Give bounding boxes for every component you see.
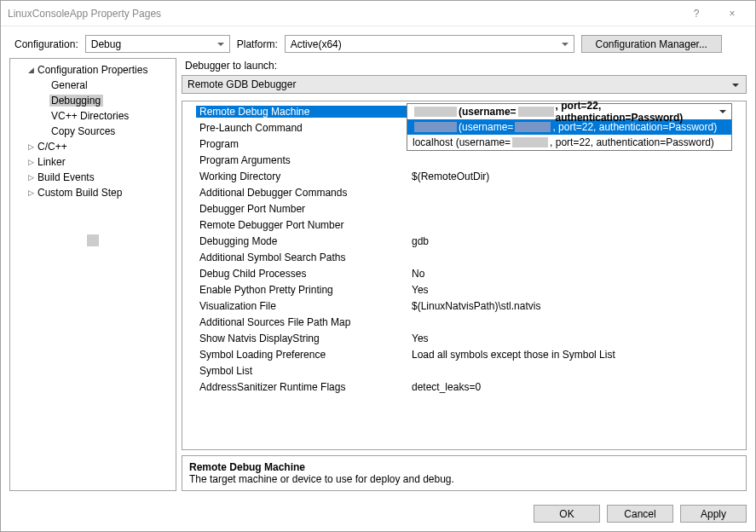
property-label: Symbol Loading Preference	[196, 349, 407, 361]
property-label: Working Directory	[196, 171, 407, 182]
property-label: Additional Debugger Commands	[196, 187, 407, 199]
arrow-right-icon[interactable]	[26, 188, 36, 197]
debugger-launch-label: Debugger to launch:	[182, 58, 747, 75]
tree-item-vc-directories[interactable]: VC++ Directories	[10, 108, 176, 124]
platform-label: Platform:	[237, 38, 278, 50]
property-value[interactable]: Yes	[407, 284, 732, 296]
property-row[interactable]: Debugging Modegdb	[196, 233, 732, 249]
property-label: Visualization File	[196, 300, 407, 312]
tree-root[interactable]: Configuration Properties	[10, 62, 176, 78]
redacted-host	[414, 122, 457, 132]
tree-label: Copy Sources	[49, 125, 118, 137]
property-label: Remote Debug Machine	[196, 106, 407, 118]
remote-machine-dropdown[interactable]: (username= , port=22, authentication=Pas…	[407, 103, 732, 151]
configuration-manager-button[interactable]: Configuration Manager...	[581, 35, 722, 53]
property-label: Additional Symbol Search Paths	[196, 252, 407, 263]
property-row[interactable]: Visualization File$(LinuxNatvisPath)\stl…	[196, 298, 732, 314]
description-title: Remote Debug Machine	[189, 461, 739, 473]
property-grid: Remote Debug MachinePre-Launch CommandPr…	[182, 101, 747, 450]
redacted-user	[515, 122, 551, 132]
property-label: Show Natvis DisplayString	[196, 332, 407, 344]
property-label: Debugger Port Number	[196, 203, 407, 215]
tree-label: C/C++	[36, 141, 70, 153]
dialog-footer: OK Cancel Apply	[1, 498, 755, 531]
property-row[interactable]: Symbol List	[196, 362, 732, 379]
property-label: Program Arguments	[196, 154, 407, 166]
redacted-host	[414, 107, 457, 117]
property-label: Enable Python Pretty Printing	[196, 284, 407, 296]
property-pages-dialog: LinuxConsoleApp Property Pages ? × Confi…	[0, 0, 756, 532]
tree-item-copy-sources[interactable]: Copy Sources	[10, 124, 176, 139]
redacted-user	[512, 137, 548, 147]
platform-value: Active(x64)	[291, 38, 342, 50]
tree-item-c-c-[interactable]: C/C++	[10, 139, 176, 154]
property-row[interactable]: Enable Python Pretty PrintingYes	[196, 281, 732, 298]
property-row[interactable]: Debug Child ProcessesNo	[196, 265, 732, 281]
tree-label: General	[49, 79, 90, 91]
property-row[interactable]: Show Natvis DisplayStringYes	[196, 330, 732, 346]
dropdown-option[interactable]: localhost (username= , port=22, authenti…	[407, 135, 731, 150]
property-label: Debugging Mode	[196, 235, 407, 247]
property-value[interactable]: detect_leaks=0	[407, 381, 732, 393]
config-row: Configuration: Debug Platform: Active(x6…	[1, 26, 755, 58]
property-value[interactable]: $(RemoteOutDir)	[407, 171, 732, 182]
property-value[interactable]: Yes	[407, 332, 732, 344]
help-button[interactable]: ?	[680, 3, 713, 25]
arrow-right-icon[interactable]	[26, 173, 36, 182]
property-row[interactable]: Additional Debugger Commands	[196, 184, 732, 200]
tree-label: Linker	[36, 156, 68, 168]
apply-button[interactable]: Apply	[680, 505, 747, 523]
property-label: Remote Debugger Port Number	[196, 219, 407, 231]
tree-item-general[interactable]: General	[10, 78, 176, 93]
property-row[interactable]: Program Arguments	[196, 152, 732, 168]
property-value[interactable]: No	[407, 268, 732, 280]
property-row[interactable]: Remote Debugger Port Number	[196, 217, 732, 233]
debugger-launch-select[interactable]: Remote GDB Debugger	[182, 75, 747, 94]
tree-label: Debugging	[49, 95, 103, 107]
close-button[interactable]: ×	[716, 3, 748, 25]
ok-button[interactable]: OK	[534, 505, 600, 523]
property-row[interactable]: Debugger Port Number	[196, 200, 732, 217]
property-row[interactable]: AddressSanitizer Runtime Flagsdetect_lea…	[196, 379, 732, 395]
property-label: Pre-Launch Command	[196, 122, 407, 134]
platform-select[interactable]: Active(x64)	[285, 35, 574, 53]
cancel-button[interactable]: Cancel	[607, 505, 673, 523]
redacted-user	[518, 107, 554, 117]
property-row[interactable]: Symbol Loading PreferenceLoad all symbol…	[196, 346, 732, 362]
description-text: The target machine or device to use for …	[189, 473, 739, 485]
window-title: LinuxConsoleApp Property Pages	[8, 8, 680, 20]
property-value[interactable]: Load all symbols except those in Symbol …	[407, 349, 732, 361]
arrow-right-icon[interactable]	[26, 142, 36, 151]
titlebar: LinuxConsoleApp Property Pages ? ×	[1, 1, 755, 26]
property-value[interactable]: $(LinuxNatvisPath)\stl.natvis	[407, 300, 732, 312]
arrow-right-icon[interactable]	[26, 158, 36, 166]
property-row[interactable]: Additional Symbol Search Paths	[196, 249, 732, 265]
tree-item-build-events[interactable]: Build Events	[10, 170, 176, 185]
property-value[interactable]: gdb	[407, 235, 732, 247]
configuration-select[interactable]: Debug	[85, 35, 230, 53]
arrow-down-icon[interactable]	[26, 66, 36, 74]
dropdown-current[interactable]: (username= , port=22, authentication=Pas…	[407, 104, 731, 119]
property-row[interactable]: Additional Sources File Path Map	[196, 314, 732, 330]
property-label: Symbol List	[196, 365, 407, 377]
property-label: Program	[196, 138, 407, 150]
property-label: AddressSanitizer Runtime Flags	[196, 381, 407, 393]
tree-label: VC++ Directories	[49, 110, 131, 122]
property-row[interactable]: Working Directory$(RemoteOutDir)	[196, 168, 732, 184]
sidebar-tree[interactable]: Configuration Properties GeneralDebuggin…	[9, 58, 176, 491]
tree-label: Build Events	[36, 171, 97, 183]
configuration-label: Configuration:	[14, 38, 78, 50]
configuration-value: Debug	[91, 38, 121, 50]
property-label: Additional Sources File Path Map	[196, 316, 407, 328]
description-panel: Remote Debug Machine The target machine …	[182, 455, 747, 491]
placeholder-icon	[87, 234, 99, 246]
property-label: Debug Child Processes	[196, 268, 407, 280]
tree-item-linker[interactable]: Linker	[10, 154, 176, 170]
tree-item-custom-build-step[interactable]: Custom Build Step	[10, 185, 176, 200]
tree-label: Custom Build Step	[36, 187, 124, 199]
tree-item-debugging[interactable]: Debugging	[10, 93, 176, 108]
